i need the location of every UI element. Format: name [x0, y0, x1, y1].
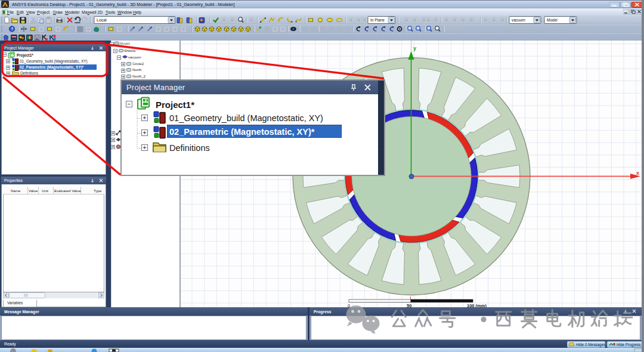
svg-text:Hide Progress: Hide Progress	[617, 342, 641, 347]
svg-text:x: x	[636, 170, 639, 176]
svg-text:Unit: Unit	[42, 189, 48, 193]
svg-text:Type: Type	[94, 189, 102, 193]
svg-text:vacuum: vacuum	[512, 18, 525, 22]
svg-text:Model: Model	[547, 18, 558, 22]
svg-text:Name: Name	[11, 189, 21, 193]
svg-text:Hide 0 Messages: Hide 0 Messages	[576, 342, 605, 347]
svg-text:Evaluated Value: Evaluated Value	[54, 189, 81, 193]
svg-text:Local: Local	[97, 18, 107, 22]
svg-text:In Plane: In Plane	[370, 18, 385, 22]
svg-text:y: y	[413, 45, 416, 51]
svg-text:50: 50	[407, 303, 411, 307]
svg-text:?: ?	[11, 26, 13, 32]
svg-text:100 (mm): 100 (mm)	[467, 303, 487, 307]
svg-text:0: 0	[348, 303, 350, 307]
svg-text:Value: Value	[29, 189, 38, 193]
